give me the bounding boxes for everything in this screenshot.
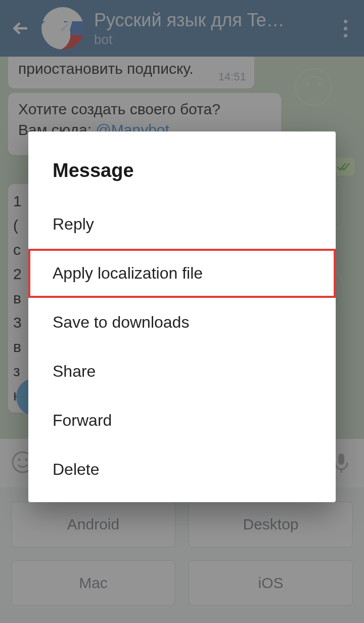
- menu-item-delete[interactable]: Delete: [28, 445, 336, 494]
- menu-item-save-to-downloads[interactable]: Save to downloads: [28, 298, 336, 347]
- menu-item-forward[interactable]: Forward: [28, 396, 336, 445]
- telegram-chat-screen: Русский язык для Te… bot приостановить п…: [0, 0, 364, 623]
- menu-item-reply[interactable]: Reply: [28, 200, 336, 249]
- message-context-menu: Message Reply Apply localization file Sa…: [28, 131, 336, 502]
- menu-item-share[interactable]: Share: [28, 347, 336, 396]
- dialog-title: Message: [28, 131, 336, 200]
- menu-item-apply-localization[interactable]: Apply localization file: [28, 249, 336, 298]
